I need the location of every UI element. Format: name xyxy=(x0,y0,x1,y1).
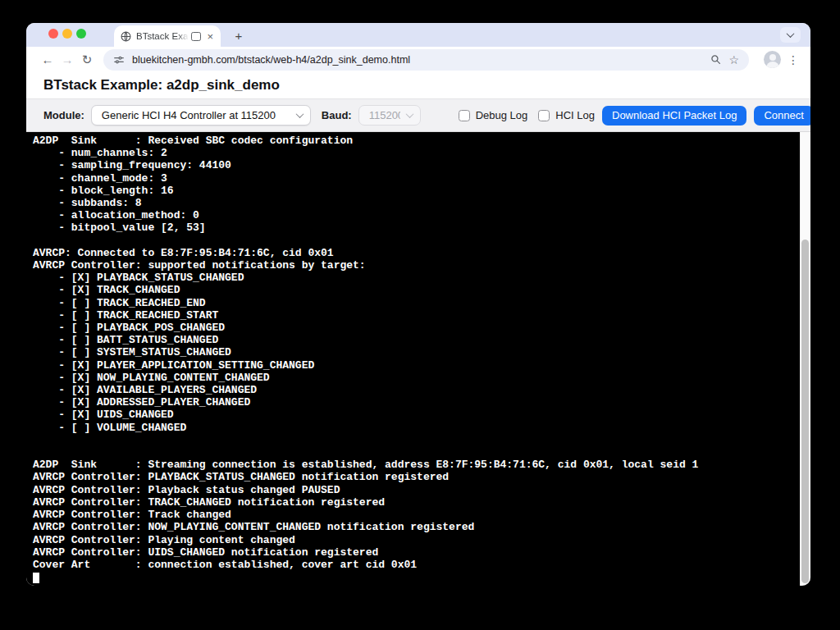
download-hci-log-button[interactable]: Download HCI Packet Log xyxy=(602,106,746,126)
tab-close-icon[interactable]: × xyxy=(205,30,215,43)
reload-button[interactable]: ↻ xyxy=(77,50,97,70)
page-title: BTstack Example: a2dp_sink_demo xyxy=(43,78,810,93)
page-header: BTstack Example: a2dp_sink_demo xyxy=(26,72,810,99)
new-tab-button[interactable]: + xyxy=(231,27,247,43)
hci-log-checkbox[interactable] xyxy=(538,110,550,121)
baud-label: Baud: xyxy=(322,109,352,121)
back-button[interactable]: ← xyxy=(38,50,57,70)
tab-organize-icon[interactable] xyxy=(191,32,201,41)
chevron-down-icon xyxy=(295,110,304,118)
avatar-person-icon xyxy=(769,54,776,61)
console-text: A2DP Sink : Received SBC codec configura… xyxy=(26,132,810,585)
bookmark-star-icon[interactable]: ☆ xyxy=(728,54,739,66)
browser-window: BTstack Example: a2dp_si × + ← → ↻ bluek… xyxy=(26,23,810,586)
hci-log-label: HCI Log xyxy=(555,109,595,121)
browser-tab[interactable]: BTstack Example: a2dp_si × xyxy=(114,25,221,47)
module-select[interactable]: Generic HCI H4 Controller at 115200 xyxy=(91,105,311,126)
browser-menu-icon[interactable]: ⋮ xyxy=(786,53,801,66)
zoom-icon[interactable] xyxy=(710,54,721,65)
tab-strip: BTstack Example: a2dp_si × + xyxy=(26,23,810,47)
scrollbar-thumb[interactable] xyxy=(801,240,809,583)
browser-toolbar: ← → ↻ bluekitchen-gmbh.com/btstack/web-h… xyxy=(26,47,810,72)
site-settings-icon[interactable] xyxy=(113,54,125,66)
baud-select[interactable]: 115200 xyxy=(358,105,421,126)
url-text: bluekitchen-gmbh.com/btstack/web-h4/a2dp… xyxy=(132,54,703,66)
debug-log-label: Debug Log xyxy=(476,109,528,121)
console-output: A2DP Sink : Received SBC codec configura… xyxy=(26,132,810,586)
hci-log-option: HCI Log xyxy=(538,109,595,121)
tab-title: BTstack Example: a2dp_si xyxy=(136,31,189,41)
terminal-cursor xyxy=(33,573,39,583)
debug-log-checkbox[interactable] xyxy=(459,110,470,121)
tab-search-button[interactable] xyxy=(780,27,801,43)
profile-avatar[interactable] xyxy=(764,51,781,68)
address-bar[interactable]: bluekitchen-gmbh.com/btstack/web-h4/a2dp… xyxy=(103,49,749,71)
console-scrollbar[interactable] xyxy=(800,132,810,586)
chevron-down-icon xyxy=(787,30,795,38)
close-window-button[interactable] xyxy=(48,29,58,39)
forward-button[interactable]: → xyxy=(57,50,77,70)
minimize-window-button[interactable] xyxy=(62,29,72,39)
fullscreen-window-button[interactable] xyxy=(76,29,86,39)
window-controls xyxy=(48,29,86,39)
globe-favicon-icon xyxy=(120,30,131,42)
chevron-down-icon xyxy=(405,110,413,118)
control-bar: Module: Generic HCI H4 Controller at 115… xyxy=(26,99,810,132)
connect-button[interactable]: Connect xyxy=(754,106,810,126)
module-label: Module: xyxy=(43,109,84,121)
debug-log-option: Debug Log xyxy=(459,109,528,121)
